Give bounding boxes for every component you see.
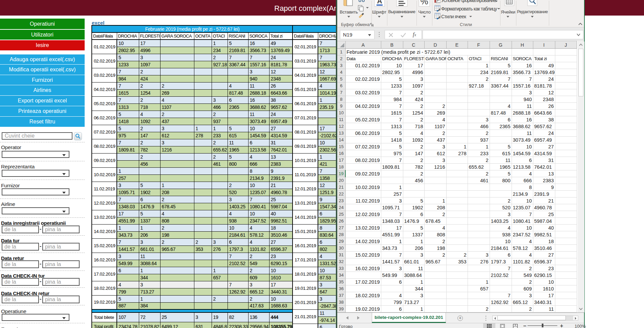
svg-text:А: А — [377, 0, 382, 5]
svg-text:%: % — [420, 0, 428, 6]
